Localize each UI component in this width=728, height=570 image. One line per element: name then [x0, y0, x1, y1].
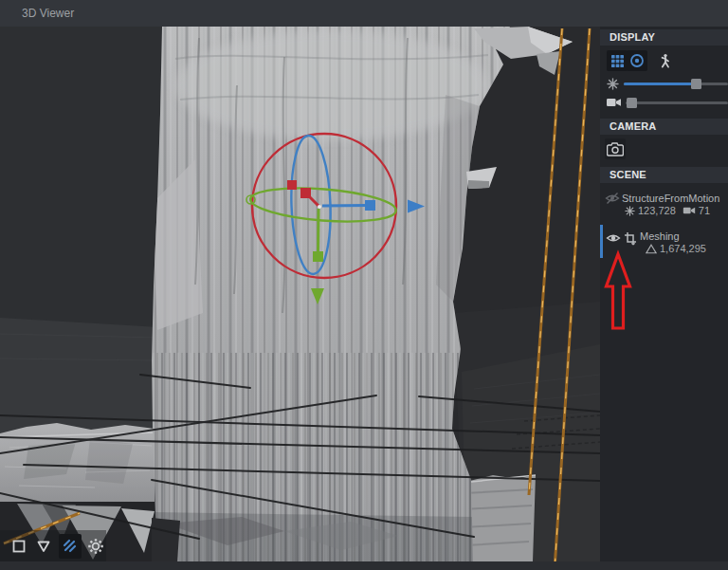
meshing-stats: 1,674,295: [646, 243, 706, 254]
cameras-icon: [682, 206, 696, 215]
wireframe-icon: [36, 539, 51, 554]
triangles-icon: [646, 244, 657, 254]
scene-render[interactable]: [0, 0, 600, 570]
snapshot-button[interactable]: [605, 138, 626, 159]
textured-button[interactable]: [59, 534, 82, 559]
camera-section-header: CAMERA: [600, 119, 728, 135]
ground-mesh-right: [462, 475, 536, 561]
window-bottom-strip: [0, 561, 728, 570]
wireframe-button[interactable]: [33, 534, 53, 559]
bounding-box-icon: [11, 539, 27, 554]
page-title: 3D Viewer: [22, 7, 74, 20]
grid-icon: [610, 54, 625, 68]
locomotion-icon: [658, 53, 672, 69]
selection-indicator: [600, 225, 603, 258]
eye-icon: [606, 231, 621, 245]
gizmo-center[interactable]: [318, 205, 321, 209]
gizmo-toggle-button[interactable]: [627, 50, 647, 71]
camera-scale-slider[interactable]: [626, 101, 728, 104]
grid-toggle-button[interactable]: [607, 50, 628, 71]
transform-toggle-meshing[interactable]: [624, 231, 637, 246]
scene-section-header: SCENE: [600, 167, 728, 183]
viewport-3d[interactable]: [0, 0, 600, 570]
photo-camera-icon: [607, 142, 624, 156]
locomotion-button[interactable]: [654, 50, 675, 71]
visibility-toggle-meshing[interactable]: [606, 231, 621, 245]
points-icon: [625, 206, 635, 216]
settings-gear-icon: [87, 538, 104, 555]
transform-crop-icon: [624, 231, 637, 246]
triangle-count: 1,674,295: [660, 243, 706, 254]
viewport-toolbar: [0, 530, 106, 562]
textured-icon: [63, 539, 78, 554]
camera-scale-icon: [606, 97, 622, 108]
visibility-toggle-sfm[interactable]: [605, 192, 620, 205]
scene-item-meshing[interactable]: Meshing: [640, 230, 680, 242]
sfm-stats: 123,728 71: [625, 205, 710, 216]
inspector-panel: DISPLAY: [600, 27, 728, 561]
display-section-header: DISPLAY: [600, 29, 728, 46]
scene-item-structurefrommotion[interactable]: StructureFromMotion: [622, 193, 719, 204]
viewer-settings-button[interactable]: [86, 534, 106, 559]
viewer-header: 3D Viewer: [0, 0, 728, 27]
point-count: 123,728: [638, 205, 676, 216]
eye-off-icon: [605, 192, 620, 205]
camera-count: 71: [699, 205, 710, 216]
bounding-box-button[interactable]: [9, 534, 28, 559]
point-size-icon: [607, 78, 619, 90]
trackball-icon: [629, 53, 645, 68]
point-size-slider-handle[interactable]: [691, 79, 701, 89]
camera-scale-slider-handle[interactable]: [627, 98, 637, 108]
